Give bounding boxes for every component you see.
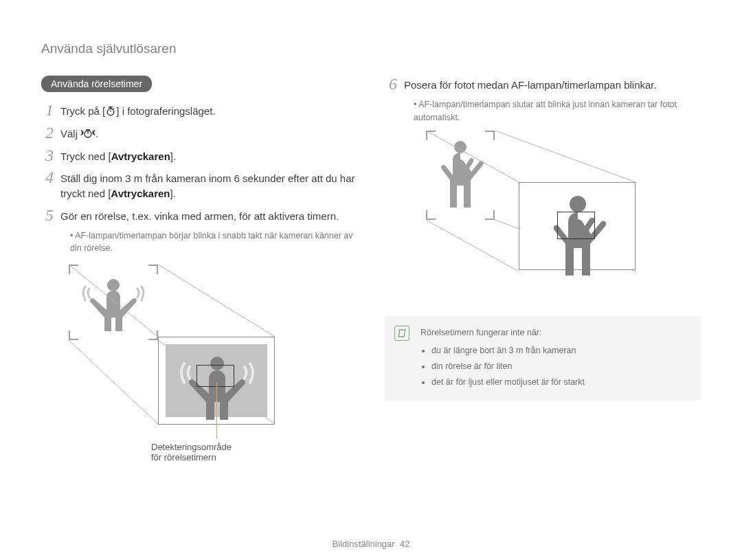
- page-title: Använda självutlösaren: [41, 41, 701, 56]
- person-posing-icon: [426, 131, 495, 220]
- note-title: Rörelsetimern fungerar inte när:: [420, 326, 690, 340]
- small-scene: [426, 131, 495, 220]
- step-number: 2: [41, 124, 54, 142]
- note-item: din rörelse är för liten: [431, 359, 690, 374]
- small-scene: [69, 265, 158, 340]
- step-text-pre: Ställ dig inom 3 m från kameran inom 6 s…: [60, 172, 355, 199]
- step-number: 3: [41, 147, 54, 164]
- step-row: 4 Ställ dig inom 3 m från kameran inom 6…: [41, 169, 357, 201]
- step-body: Posera för fotot medan AF-lampan/timerla…: [404, 76, 701, 93]
- leader-line: [216, 383, 217, 439]
- step-number: 5: [41, 207, 54, 224]
- caption-line2: för rörelsetimern: [151, 452, 216, 462]
- step-row: 2 Välj .: [41, 124, 357, 142]
- detection-area-box: [196, 365, 234, 387]
- motion-detection-illustration: Detekteringsområde för rörelsetimern: [41, 265, 357, 478]
- step-text-pre: Tryck ned [: [60, 150, 111, 162]
- posing-illustration: [385, 131, 701, 302]
- step-subtext: AF-lampan/timerlampan slutar att blinka …: [385, 98, 701, 124]
- step-number: 4: [41, 169, 54, 201]
- note-item: du är längre bort än 3 m från kameran: [431, 344, 690, 358]
- illustration-caption: Detekteringsområde för rörelsetimern: [151, 442, 232, 462]
- step-number: 1: [41, 102, 54, 119]
- step-body: Ställ dig inom 3 m från kameran inom 6 s…: [60, 169, 357, 201]
- step-row: 3 Tryck ned [Avtryckaren].: [41, 147, 357, 164]
- step-body: Tryck på [ ] i fotograferingsläget.: [60, 102, 357, 119]
- step-text-pre: Gör en rörelse, t.ex. vinka med armen, f…: [60, 210, 339, 222]
- camera-screen: [519, 182, 636, 270]
- left-column: Använda rörelsetimer 1 Tryck på [ ] i fo…: [41, 76, 357, 478]
- step-subtext: AF-lampan/timerlampan börjar blinka i sn…: [41, 229, 357, 256]
- step-number: 6: [385, 76, 397, 93]
- caption-line1: Detekteringsområde: [151, 442, 232, 452]
- step-text-bold: Avtryckaren: [111, 150, 170, 162]
- step-text-pre: Välj: [60, 128, 80, 139]
- step-row: 6 Posera för fotot medan AF-lampan/timer…: [385, 76, 701, 93]
- step-text-pre: Posera för fotot medan AF-lampan/timerla…: [404, 79, 657, 91]
- focus-box: [557, 212, 595, 239]
- two-column-layout: Använda rörelsetimer 1 Tryck på [ ] i fo…: [41, 76, 701, 478]
- step-text-post: ] i fotograferingsläget.: [116, 105, 215, 117]
- step-body: Välj .: [60, 124, 357, 142]
- footer-section: Bildinställningar: [333, 539, 395, 549]
- svg-line-11: [426, 220, 519, 271]
- note-box: Rörelsetimern fungerar inte när: du är l…: [385, 316, 701, 401]
- step-row: 5 Gör en rörelse, t.ex. vinka med armen,…: [41, 207, 357, 224]
- svg-point-8: [454, 141, 466, 153]
- svg-line-10: [495, 131, 636, 182]
- step-text-post: ].: [170, 150, 176, 162]
- right-column: 6 Posera för fotot medan AF-lampan/timer…: [385, 76, 701, 478]
- svg-point-2: [107, 279, 120, 291]
- page-footer: Bildinställningar 42: [0, 539, 742, 549]
- timer-icon: [105, 106, 116, 117]
- step-text-post: .: [95, 128, 98, 139]
- manual-page: Använda självutlösaren Använda rörelseti…: [0, 0, 742, 560]
- step-body: Gör en rörelse, t.ex. vinka med armen, f…: [60, 207, 357, 224]
- motion-timer-icon: [80, 128, 95, 139]
- svg-line-5: [69, 340, 158, 424]
- step-body: Tryck ned [Avtryckaren].: [60, 147, 357, 164]
- note-list: du är längre bort än 3 m från kameran di…: [420, 344, 690, 390]
- footer-page-number: 42: [400, 539, 409, 549]
- step-text-pre: Tryck på [: [60, 105, 105, 117]
- person-waving-icon: [159, 336, 276, 443]
- note-icon: [394, 326, 409, 341]
- note-item: det är för ljust eller motljuset är för …: [431, 375, 690, 390]
- step-row: 1 Tryck på [ ] i fotograferingsläget.: [41, 102, 357, 119]
- svg-point-13: [570, 196, 586, 212]
- svg-line-4: [158, 265, 275, 337]
- step-text-bold: Avtryckaren: [111, 188, 170, 199]
- svg-rect-1: [86, 129, 90, 131]
- section-pill: Använda rörelsetimer: [41, 76, 152, 92]
- step-text-post: ].: [170, 188, 176, 199]
- person-waving-icon: [69, 265, 158, 340]
